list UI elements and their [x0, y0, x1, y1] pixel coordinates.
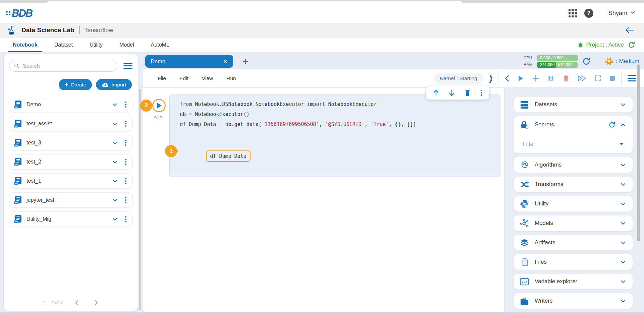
move-cell-up-icon[interactable] [433, 89, 439, 97]
section-chevron-icon[interactable] [620, 182, 626, 187]
help-icon[interactable]: ? [584, 9, 593, 18]
notebook-list-item[interactable]: jupyter_test [9, 192, 132, 208]
more-options-icon[interactable] [124, 139, 127, 146]
secrets-header[interactable]: Secrets [514, 116, 633, 133]
section-chevron-icon[interactable] [620, 221, 626, 226]
section-label: Models [535, 220, 614, 227]
page-prev-icon[interactable] [74, 300, 79, 306]
section-chevron-icon[interactable] [620, 259, 626, 265]
notebook-list-item[interactable]: test_1 [9, 173, 132, 189]
bdb-logo: BDB [6, 7, 32, 19]
move-cell-down-icon[interactable] [448, 89, 455, 97]
section-chevron-icon[interactable] [620, 162, 626, 168]
delete-cell-trash-icon[interactable] [464, 89, 471, 97]
project-name: Tensorflow [84, 27, 113, 34]
notebook-list-item[interactable]: test_2 [9, 154, 132, 170]
secrets-refresh-icon[interactable] [608, 121, 615, 128]
secrets-filter-input[interactable] [523, 141, 619, 147]
search-input[interactable] [23, 63, 113, 69]
expand-chevron-icon[interactable] [112, 216, 118, 222]
back-arrow-icon[interactable] [625, 26, 635, 34]
panel-section[interactable]: Utility [514, 196, 633, 212]
expand-chevron-icon[interactable] [112, 178, 118, 184]
notebook-list-item[interactable]: Demo [9, 97, 132, 112]
notebook-list-item[interactable]: test_assist [9, 116, 132, 131]
resource-refresh-icon[interactable] [582, 57, 591, 66]
cell-more-options-icon[interactable] [480, 89, 483, 97]
notebook-region: Demo ✕ + CPU: 0.000 / 0.500 RAM: 241.090… [143, 54, 644, 312]
secrets-collapse-icon[interactable] [620, 122, 626, 128]
user-menu[interactable]: Shyam [608, 10, 635, 17]
notebook-menu-icon[interactable] [628, 75, 636, 82]
section-chevron-icon[interactable] [620, 201, 626, 207]
add-tab-icon[interactable]: + [243, 56, 249, 66]
collapse-panel-icon[interactable] [504, 75, 509, 82]
panel-section[interactable]: (x) Variable explorer [514, 273, 633, 290]
nav-tab[interactable]: Notebook [12, 38, 38, 52]
search-box[interactable] [9, 60, 117, 72]
expand-chevron-icon[interactable] [112, 102, 118, 108]
nav-tab[interactable]: AutoML [150, 38, 170, 52]
fullscreen-icon[interactable] [595, 75, 601, 81]
panel-section[interactable]: Algorithms [514, 157, 633, 173]
panel-section[interactable]: Models [514, 215, 633, 231]
menu-item[interactable]: View [202, 75, 213, 81]
section-chevron-icon[interactable] [620, 240, 626, 246]
panel-section[interactable]: Writers [514, 293, 633, 309]
cell-run-button[interactable] [152, 99, 166, 112]
notebook-list-item[interactable]: test_3 [9, 135, 132, 150]
more-options-icon[interactable] [124, 120, 127, 127]
section-chevron-icon[interactable] [620, 279, 626, 285]
page-next-icon[interactable] [94, 300, 99, 306]
nav-tab[interactable]: Utility [89, 38, 103, 52]
notebook-list-item[interactable]: Utility_Mig [9, 211, 132, 227]
highlighted-expression[interactable]: df_Dump_Data [206, 150, 250, 162]
code-cell[interactable]: 2 <✓> from Notebook.DSNotebook.NotebookE… [169, 95, 500, 177]
section-datasets[interactable]: Datasets [514, 97, 633, 113]
resource-usage: CPU: 0.000 / 0.500 RAM: 241.090 / 512.00… [524, 55, 578, 68]
more-options-icon[interactable] [124, 215, 127, 223]
code-lines: from Notebook.DSNotebook.NotebookExecuto… [180, 99, 493, 129]
add-cell-icon[interactable] [532, 75, 539, 82]
run-cell-icon[interactable] [518, 75, 524, 82]
nav-tab[interactable]: Model [119, 38, 135, 52]
datasets-chevron-icon[interactable] [620, 102, 626, 108]
project-refresh-icon[interactable] [628, 41, 635, 49]
panel-section[interactable]: Files [514, 254, 633, 270]
open-notebook-tab[interactable]: Demo ✕ [145, 55, 233, 68]
notebook-file-icon [14, 138, 22, 147]
nav-tab[interactable]: Dataset [54, 38, 73, 52]
apps-grid-icon[interactable] [569, 9, 577, 17]
more-options-icon[interactable] [124, 177, 127, 185]
more-options-icon[interactable] [124, 196, 127, 204]
stop-kernel-icon[interactable] [609, 75, 615, 81]
expand-chevron-icon[interactable] [112, 140, 118, 146]
components-panel-scrollbar[interactable] [637, 64, 640, 241]
more-options-icon[interactable] [124, 158, 127, 166]
menu-item[interactable]: File [158, 75, 166, 81]
play-icon [157, 103, 162, 108]
panel-section[interactable]: Artifacts [514, 235, 633, 251]
run-all-icon[interactable] [578, 75, 586, 82]
section-chevron-icon[interactable] [620, 298, 626, 304]
close-tab-icon[interactable]: ✕ [223, 58, 228, 65]
menu-item[interactable]: Edit [179, 75, 189, 81]
save-notebook-icon[interactable] [547, 75, 554, 82]
header-divider [601, 8, 601, 18]
expand-chevron-icon[interactable] [112, 197, 118, 203]
search-icon [14, 63, 20, 69]
more-options-icon[interactable] [124, 101, 127, 108]
expand-chevron-icon[interactable] [112, 121, 118, 127]
sidebar-menu-icon[interactable] [123, 62, 132, 70]
section-icon [520, 258, 529, 267]
delete-cell-icon[interactable] [563, 75, 569, 82]
section-label: Writers [535, 298, 614, 304]
create-button[interactable]: + Create [59, 79, 92, 90]
menu-bar: FileEditViewRun [158, 75, 249, 81]
filter-dropdown-caret-icon[interactable] [619, 143, 624, 145]
panel-section[interactable]: Transforms [514, 176, 633, 192]
import-button[interactable]: Import [96, 79, 132, 90]
expand-chevron-icon[interactable] [112, 159, 118, 165]
menu-item[interactable]: Run [226, 75, 236, 81]
notebook-sidebar: + Create Import Demo test_assist [3, 54, 138, 311]
